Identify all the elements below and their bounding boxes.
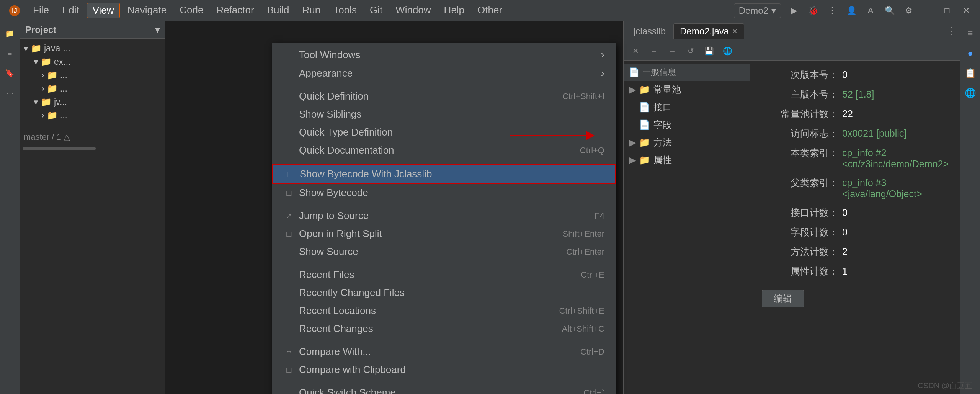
project-panel-header: Project ▾ <box>20 21 165 39</box>
tree-item-label: 方法 <box>653 136 672 149</box>
tree-label: java-... <box>44 43 70 54</box>
menu-refactor[interactable]: Refactor <box>211 3 259 18</box>
tree-item-java[interactable]: ▾ 📁 java-... <box>20 42 165 55</box>
toolbar-refresh-btn[interactable]: ↺ <box>684 44 697 57</box>
menu-item-quick-doc[interactable]: Quick Documentation Ctrl+Q <box>272 141 616 159</box>
toolbar-close-btn[interactable]: ✕ <box>629 44 642 57</box>
menu-item-label: Recent Changes <box>299 323 373 335</box>
right-sidebar-icon-4[interactable]: 🌐 <box>963 86 978 100</box>
tree-item-jv-child[interactable]: › 📁 ... <box>20 109 165 122</box>
menu-navigate[interactable]: Navigate <box>122 3 172 18</box>
menu-item-recent-locations[interactable]: Recent Locations Ctrl+Shift+E <box>272 302 616 320</box>
tab-jclasslib[interactable]: jclasslib <box>627 24 672 39</box>
toolbar-save-btn[interactable]: 💾 <box>702 44 715 57</box>
tree-item-ex[interactable]: ▾ 📁 ex... <box>20 55 165 69</box>
jclass-tree-item-attribute[interactable]: ▶ 📁 属性 <box>624 151 750 169</box>
menu-item-recent-changes[interactable]: Recent Changes Alt+Shift+C <box>272 320 616 338</box>
menu-build[interactable]: Build <box>262 3 295 18</box>
toolbar-forward-btn[interactable]: → <box>666 44 679 57</box>
menu-item-quick-type-def[interactable]: Quick Type Definition <box>272 123 616 141</box>
sidebar-bookmarks-icon[interactable]: 🔖 <box>3 66 17 80</box>
tab-close-icon[interactable]: ✕ <box>732 27 738 36</box>
more-button[interactable]: ⋮ <box>826 5 838 17</box>
detail-row-method-count: 方法计数： 2 <box>762 245 949 258</box>
right-sidebar-icon-1[interactable]: ≡ <box>963 26 978 41</box>
jclass-tree-item-general[interactable]: 📄 一般信息 <box>624 64 750 81</box>
recent-locations-icon <box>284 306 294 316</box>
sidebar-structure-icon[interactable]: ≡ <box>3 46 17 60</box>
search-icon[interactable]: 🔍 <box>884 5 896 17</box>
menu-item-show-siblings[interactable]: Show Siblings <box>272 105 616 123</box>
main-container: 📁 ≡ 🔖 ⋯ Project ▾ ▾ 📁 java-... ▾ 📁 ex... <box>0 21 980 394</box>
detail-label: 主版本号： <box>762 88 838 101</box>
right-split-icon: □ <box>284 229 294 239</box>
menu-help[interactable]: Help <box>439 3 470 18</box>
menu-item-appearance[interactable]: Appearance <box>272 64 616 82</box>
detail-row-access-flags: 访问标志： 0x0021 [public] <box>762 127 949 140</box>
bytecode-icon: □ <box>284 188 294 198</box>
close-button[interactable]: ✕ <box>960 5 972 17</box>
menu-item-show-source[interactable]: Show Source Ctrl+Enter <box>272 243 616 261</box>
tree-item-jv[interactable]: ▾ 📁 jv... <box>20 95 165 109</box>
detail-edit-btn-container: 编辑 <box>762 284 949 307</box>
menu-item-open-right-split[interactable]: □ Open in Right Split Shift+Enter <box>272 225 616 243</box>
tree-label: ... <box>60 110 67 121</box>
quick-type-icon <box>284 127 294 138</box>
menu-item-show-bytecode-jclasslib[interactable]: □ Show Bytecode With Jclasslib <box>272 164 616 184</box>
translate-icon[interactable]: A <box>864 5 877 17</box>
menu-item-quick-definition[interactable]: Quick Definition Ctrl+Shift+I <box>272 87 616 105</box>
edit-button[interactable]: 编辑 <box>762 290 804 307</box>
menu-tools[interactable]: Tools <box>328 3 362 18</box>
detail-value: 0 <box>842 69 848 80</box>
menu-item-jump-to-source[interactable]: ↗ Jump to Source F4 <box>272 207 616 225</box>
menu-item-show-bytecode[interactable]: □ Show Bytecode <box>272 184 616 202</box>
tree-item-ex-child2[interactable]: › 📁 ... <box>20 82 165 95</box>
menu-item-label: Compare with Clipboard <box>299 364 406 376</box>
menu-item-recently-changed[interactable]: Recently Changed Files <box>272 284 616 302</box>
settings-icon[interactable]: ⚙ <box>903 5 915 17</box>
file-icon: 📄 <box>639 102 650 113</box>
menu-run[interactable]: Run <box>297 3 326 18</box>
profile-icon[interactable]: 👤 <box>845 5 858 17</box>
menu-item-compare-clipboard[interactable]: □ Compare with Clipboard <box>272 361 616 379</box>
sidebar-project-icon[interactable]: 📁 <box>3 26 17 41</box>
run-button[interactable]: ▶ <box>788 5 800 17</box>
menu-separator-3 <box>272 204 616 204</box>
jclass-tree-item-field[interactable]: 📄 字段 <box>624 116 750 134</box>
menu-window[interactable]: Window <box>390 3 436 18</box>
minimize-button[interactable]: — <box>922 5 934 17</box>
menu-item-compare-with[interactable]: ↔ Compare With... Ctrl+D <box>272 343 616 361</box>
tab-demo2java[interactable]: Demo2.java ✕ <box>673 23 744 39</box>
detail-value-green: 0x0021 [public] <box>842 128 906 139</box>
tab-more-icon[interactable]: ⋮ <box>946 25 956 37</box>
menu-item-tool-windows[interactable]: Tool Windows <box>272 46 616 64</box>
jclass-tree-item-constants[interactable]: ▶ 📁 常量池 <box>624 81 750 98</box>
menu-edit[interactable]: Edit <box>57 3 85 18</box>
jclass-tree-item-interface[interactable]: 📄 接口 <box>624 98 750 116</box>
toolbar-back-btn[interactable]: ← <box>647 44 660 57</box>
right-sidebar-icon-3[interactable]: 📋 <box>963 66 978 80</box>
menu-code[interactable]: Code <box>174 3 209 18</box>
menu-item-recent-files[interactable]: Recent Files Ctrl+E <box>272 266 616 284</box>
menu-item-quick-switch[interactable]: Quick Switch Scheme... Ctrl+` <box>272 384 616 394</box>
tree-label: ex... <box>54 57 70 67</box>
right-sidebar-icon-2[interactable]: ● <box>963 46 978 60</box>
titlebar: IJ File Edit View Navigate Code Refactor… <box>0 0 980 21</box>
menu-git[interactable]: Git <box>364 3 388 18</box>
menu-view[interactable]: View <box>87 3 120 18</box>
show-source-shortcut: Ctrl+Enter <box>566 247 604 257</box>
detail-label: 字段计数： <box>762 226 838 239</box>
maximize-button[interactable]: □ <box>941 5 953 17</box>
menu-other[interactable]: Other <box>472 3 508 18</box>
debug-button[interactable]: 🐞 <box>807 5 819 17</box>
sidebar-more-icon[interactable]: ⋯ <box>3 86 17 100</box>
project-selector[interactable]: Demo2 ▾ <box>734 3 781 18</box>
file-icon: 📄 <box>629 67 639 77</box>
tree-item-ex-child1[interactable]: › 📁 ... <box>20 69 165 82</box>
detail-value: 1 <box>842 266 848 277</box>
menu-file[interactable]: File <box>28 3 54 18</box>
jclass-tree-item-method[interactable]: ▶ 📁 方法 <box>624 134 750 151</box>
detail-row-constant-pool-count: 常量池计数： 22 <box>762 108 949 120</box>
toolbar-globe-btn[interactable]: 🌐 <box>721 44 734 57</box>
tree-arrow: › <box>41 110 44 121</box>
